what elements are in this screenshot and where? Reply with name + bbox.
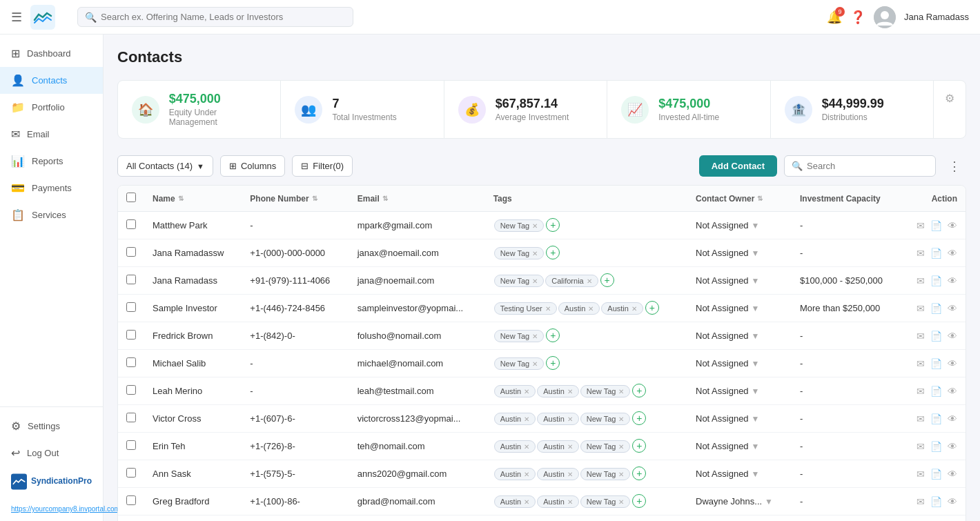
view-action-icon[interactable]: 👁 bbox=[948, 248, 957, 259]
global-search-input[interactable] bbox=[101, 8, 346, 26]
contact-name[interactable]: Victor Cross bbox=[144, 405, 242, 433]
view-action-icon[interactable]: 👁 bbox=[948, 331, 957, 342]
select-all-checkbox[interactable] bbox=[126, 193, 136, 202]
notes-action-icon[interactable]: 📄 bbox=[930, 220, 942, 231]
avatar[interactable] bbox=[874, 6, 896, 28]
email-action-icon[interactable]: ✉ bbox=[917, 469, 925, 480]
contact-name[interactable]: Ann Sask bbox=[144, 460, 242, 488]
sidebar-item-settings[interactable]: ⚙ Settings bbox=[0, 413, 103, 440]
tag-add-icon[interactable]: + bbox=[546, 246, 560, 259]
view-action-icon[interactable]: 👁 bbox=[948, 358, 957, 369]
more-options-icon[interactable]: ⋮ bbox=[943, 156, 966, 177]
row-checkbox[interactable] bbox=[126, 468, 136, 478]
filter-button[interactable]: ⊟ Filter(0) bbox=[292, 155, 353, 177]
contact-name[interactable]: Jordan Cross bbox=[144, 515, 242, 522]
email-action-icon[interactable]: ✉ bbox=[917, 386, 925, 397]
contact-name[interactable]: Fredrick Brown bbox=[144, 322, 242, 350]
tag-add-icon[interactable]: + bbox=[546, 328, 560, 342]
notes-action-icon[interactable]: 📄 bbox=[930, 331, 942, 342]
tag-add-icon[interactable]: + bbox=[632, 439, 646, 453]
view-action-icon[interactable]: 👁 bbox=[948, 386, 957, 397]
email-action-icon[interactable]: ✉ bbox=[917, 496, 925, 507]
view-action-icon[interactable]: 👁 bbox=[948, 220, 957, 231]
tag-add-icon[interactable]: + bbox=[546, 218, 560, 232]
table-search-input[interactable] bbox=[807, 156, 928, 176]
tag-add-icon[interactable]: + bbox=[632, 411, 646, 425]
tag-remove-icon[interactable]: ✕ bbox=[567, 388, 573, 395]
tag-remove-icon[interactable]: ✕ bbox=[524, 388, 529, 395]
email-action-icon[interactable]: ✉ bbox=[917, 248, 925, 259]
sidebar-item-payments[interactable]: 💳 Payments bbox=[0, 175, 103, 201]
email-action-icon[interactable]: ✉ bbox=[917, 358, 925, 369]
notes-action-icon[interactable]: 📄 bbox=[930, 358, 942, 369]
owner-chevron-icon[interactable]: ▼ bbox=[752, 469, 760, 479]
contact-name[interactable]: Jana Ramadass bbox=[144, 267, 242, 295]
tag-remove-icon[interactable]: ✕ bbox=[567, 415, 573, 423]
tag-remove-icon[interactable]: ✕ bbox=[532, 250, 538, 257]
contact-name[interactable]: Erin Teh bbox=[144, 433, 242, 460]
tag-remove-icon[interactable]: ✕ bbox=[524, 498, 529, 506]
contact-name[interactable]: Matthew Park bbox=[144, 212, 242, 239]
tag-remove-icon[interactable]: ✕ bbox=[618, 415, 624, 423]
view-action-icon[interactable]: 👁 bbox=[948, 441, 957, 452]
columns-button[interactable]: ⊞ Columns bbox=[220, 155, 285, 177]
notes-action-icon[interactable]: 📄 bbox=[930, 496, 942, 507]
contact-name[interactable]: Leah Merino bbox=[144, 377, 242, 405]
email-action-icon[interactable]: ✉ bbox=[917, 303, 925, 314]
notes-action-icon[interactable]: 📄 bbox=[930, 275, 942, 286]
table-search[interactable]: 🔍 bbox=[784, 155, 936, 177]
tag-remove-icon[interactable]: ✕ bbox=[588, 305, 594, 313]
sidebar-item-reports[interactable]: 📊 Reports bbox=[0, 148, 103, 175]
sidebar-item-services[interactable]: 📋 Services bbox=[0, 201, 103, 228]
tag-remove-icon[interactable]: ✕ bbox=[567, 443, 573, 451]
tag-add-icon[interactable]: + bbox=[632, 384, 646, 397]
email-action-icon[interactable]: ✉ bbox=[917, 275, 925, 286]
owner-chevron-icon[interactable]: ▼ bbox=[752, 221, 760, 230]
hamburger-icon[interactable]: ☰ bbox=[11, 10, 22, 25]
view-action-icon[interactable]: 👁 bbox=[948, 469, 957, 480]
notes-action-icon[interactable]: 📄 bbox=[930, 248, 942, 259]
row-checkbox[interactable] bbox=[126, 247, 136, 257]
row-checkbox[interactable] bbox=[126, 219, 136, 229]
owner-chevron-icon[interactable]: ▼ bbox=[752, 331, 760, 341]
row-checkbox[interactable] bbox=[126, 357, 136, 367]
stat-settings-icon[interactable]: ⚙ bbox=[934, 81, 966, 116]
view-action-icon[interactable]: 👁 bbox=[948, 303, 957, 314]
row-checkbox[interactable] bbox=[126, 440, 136, 450]
tag-remove-icon[interactable]: ✕ bbox=[545, 305, 551, 313]
email-action-icon[interactable]: ✉ bbox=[917, 220, 925, 231]
contact-name[interactable]: Sample Investor bbox=[144, 295, 242, 322]
tag-add-icon[interactable]: + bbox=[632, 494, 646, 508]
global-search[interactable]: 🔍 bbox=[77, 7, 353, 27]
tag-remove-icon[interactable]: ✕ bbox=[618, 471, 624, 478]
notes-action-icon[interactable]: 📄 bbox=[930, 386, 942, 397]
tag-add-icon[interactable]: + bbox=[546, 356, 560, 370]
tag-add-icon[interactable]: + bbox=[600, 273, 614, 287]
contact-name[interactable]: Jana Ramadassw bbox=[144, 239, 242, 267]
email-action-icon[interactable]: ✉ bbox=[917, 331, 925, 342]
sidebar-item-logout[interactable]: ↩ Log Out bbox=[0, 440, 103, 466]
notes-action-icon[interactable]: 📄 bbox=[930, 413, 942, 424]
view-action-icon[interactable]: 👁 bbox=[948, 496, 957, 507]
row-checkbox[interactable] bbox=[126, 495, 136, 505]
row-checkbox[interactable] bbox=[126, 413, 136, 422]
name-column-header[interactable]: Name⇅ bbox=[153, 194, 233, 204]
tag-remove-icon[interactable]: ✕ bbox=[532, 277, 538, 285]
tag-remove-icon[interactable]: ✕ bbox=[532, 333, 538, 340]
notes-action-icon[interactable]: 📄 bbox=[930, 469, 942, 480]
tag-remove-icon[interactable]: ✕ bbox=[524, 443, 529, 451]
owner-chevron-icon[interactable]: ▼ bbox=[752, 304, 760, 313]
sidebar-item-contacts[interactable]: 👤 Contacts bbox=[0, 67, 103, 94]
tag-remove-icon[interactable]: ✕ bbox=[532, 222, 538, 230]
email-column-header[interactable]: Email⇅ bbox=[357, 194, 477, 204]
owner-chevron-icon[interactable]: ▼ bbox=[752, 359, 760, 368]
tag-remove-icon[interactable]: ✕ bbox=[631, 305, 637, 313]
tag-remove-icon[interactable]: ✕ bbox=[532, 360, 538, 368]
owner-chevron-icon[interactable]: ▼ bbox=[752, 276, 760, 286]
help-icon[interactable]: ❓ bbox=[850, 10, 865, 25]
add-contact-button[interactable]: Add Contact bbox=[699, 155, 777, 177]
tag-remove-icon[interactable]: ✕ bbox=[567, 471, 573, 478]
contact-name[interactable]: Greg Bradford bbox=[144, 488, 242, 515]
email-action-icon[interactable]: ✉ bbox=[917, 413, 925, 424]
row-checkbox[interactable] bbox=[126, 330, 136, 340]
